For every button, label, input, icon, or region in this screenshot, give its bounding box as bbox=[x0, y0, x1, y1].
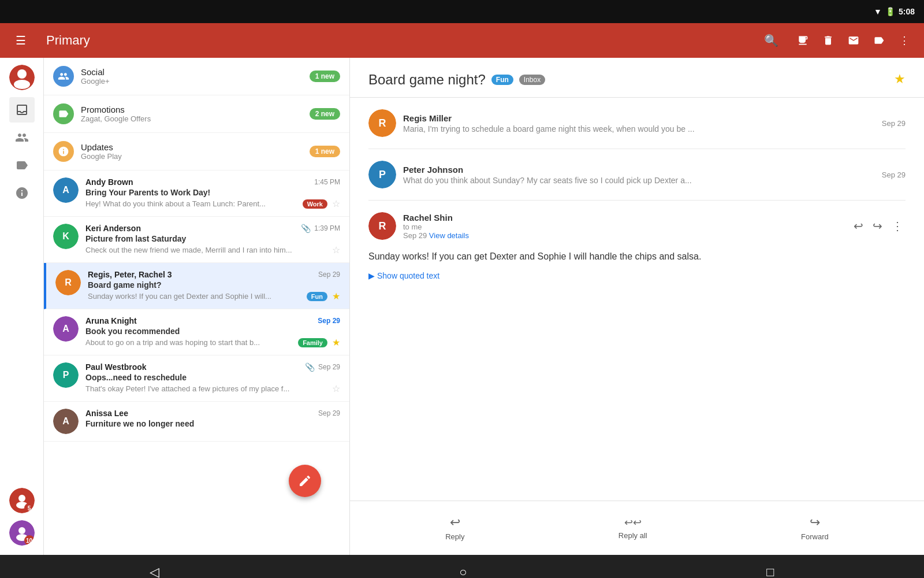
aruna-star[interactable]: ★ bbox=[332, 337, 340, 348]
show-quoted-arrow: ▶ bbox=[368, 271, 375, 280]
anissa-email-content: Anissa Lee Sep 29 Furniture we no longer… bbox=[85, 409, 340, 429]
paul-subject: Oops...need to reschedule bbox=[85, 373, 340, 382]
keri-preview: Check out the new friend we made, Merril… bbox=[85, 246, 327, 254]
regis-msg-avatar: R bbox=[368, 109, 396, 137]
reply-all-label: Reply all bbox=[619, 531, 647, 540]
app-bar: ☰ Primary 🔍 ⋮ bbox=[0, 23, 924, 58]
keri-star[interactable]: ☆ bbox=[332, 244, 340, 255]
keri-subject: Picture from last Saturday bbox=[85, 234, 340, 243]
detail-inbox-label[interactable]: Inbox bbox=[519, 75, 545, 85]
andy-star[interactable]: ☆ bbox=[332, 198, 340, 209]
view-details-link[interactable]: View details bbox=[429, 231, 469, 240]
regis-msg-date: Sep 29 bbox=[882, 119, 906, 128]
rachel-more-icon[interactable]: ⋮ bbox=[889, 217, 906, 235]
rachel-forward-icon[interactable]: ↪ bbox=[870, 217, 885, 235]
keri-sender: Keri Anderson bbox=[85, 224, 141, 233]
regis-thread-star[interactable]: ★ bbox=[332, 291, 340, 302]
forward-icon: ↪ bbox=[810, 515, 820, 530]
more-options-button[interactable]: ⋮ bbox=[894, 30, 915, 51]
user-avatar-main[interactable] bbox=[9, 65, 35, 90]
battery-icon: 🔋 bbox=[885, 7, 895, 16]
forward-button[interactable]: ↪ Forward bbox=[787, 510, 843, 546]
peter-msg-date: Sep 29 bbox=[882, 171, 906, 179]
detail-fun-label[interactable]: Fun bbox=[491, 75, 513, 85]
reply-button[interactable]: ↩ Reply bbox=[431, 510, 478, 546]
andy-subject: Bring Your Parents to Work Day! bbox=[85, 188, 340, 197]
sidebar-inbox-icon[interactable] bbox=[9, 97, 35, 123]
archive-button[interactable] bbox=[792, 30, 813, 51]
detail-star[interactable]: ★ bbox=[894, 72, 906, 87]
email-row-aruna[interactable]: A Aruna Knight Sep 29 Book you recommend… bbox=[44, 309, 349, 355]
account-badge-2: 10 bbox=[24, 535, 35, 546]
message-thread: R Regis Miller Maria, I'm trying to sche… bbox=[350, 98, 924, 501]
thread-message-peter[interactable]: P Peter Johnson What do you think about … bbox=[368, 149, 906, 201]
paul-attachment-icon: 📎 bbox=[305, 362, 315, 372]
reply-all-button[interactable]: ↩↩ Reply all bbox=[605, 512, 661, 544]
aruna-avatar: A bbox=[53, 316, 79, 342]
compose-fab[interactable] bbox=[289, 465, 321, 497]
peter-msg-avatar: P bbox=[368, 161, 396, 188]
account-avatar-1[interactable]: 5 bbox=[9, 488, 35, 513]
rachel-msg-info: Rachel Shin to me Sep 29 View details bbox=[403, 213, 844, 240]
rachel-msg-body: Sunday works! If you can get Dexter and … bbox=[368, 249, 906, 264]
category-promotions[interactable]: Promotions Zagat, Google Offers 2 new bbox=[44, 95, 349, 133]
peter-msg-info: Peter Johnson What do you think about Su… bbox=[403, 165, 875, 185]
rachel-msg-sender: Rachel Shin bbox=[403, 213, 844, 223]
social-category-name: Social bbox=[81, 67, 303, 77]
back-nav-button[interactable]: ◁ bbox=[131, 560, 178, 578]
main-layout: 5 10 Social Google+ 1 new bbox=[0, 58, 924, 555]
wifi-icon: ▼ bbox=[874, 7, 882, 16]
email-row-regis-thread[interactable]: R Regis, Peter, Rachel 3 Sep 29 Board ga… bbox=[44, 263, 349, 309]
paul-preview: That's okay Peter! I've attached a few p… bbox=[85, 384, 327, 393]
detail-subject-area: Board game night? Fun Inbox bbox=[368, 72, 545, 88]
rachel-msg-avatar: R bbox=[368, 212, 396, 240]
rachel-msg-to: to me bbox=[403, 223, 844, 231]
regis-msg-preview: Maria, I'm trying to schedule a board ga… bbox=[403, 124, 875, 134]
keri-avatar: K bbox=[53, 224, 79, 249]
regis-msg-sender: Regis Miller bbox=[403, 113, 875, 123]
email-row-andy[interactable]: A Andy Brown 1:45 PM Bring Your Parents … bbox=[44, 171, 349, 217]
account-avatar-2[interactable]: 10 bbox=[9, 520, 35, 546]
status-icons: ▼ 🔋 5:08 bbox=[874, 7, 915, 16]
promotions-category-icon bbox=[53, 103, 74, 124]
show-quoted-label: Show quoted text bbox=[377, 271, 439, 280]
app-title: Primary bbox=[46, 33, 750, 48]
delete-button[interactable] bbox=[818, 30, 839, 51]
label-button[interactable] bbox=[869, 30, 889, 51]
anissa-avatar: A bbox=[53, 409, 79, 434]
sidebar-info-icon[interactable] bbox=[9, 180, 35, 206]
app-bar-actions: ⋮ bbox=[792, 30, 915, 51]
updates-category-name: Updates bbox=[81, 142, 303, 152]
anissa-time: Sep 29 bbox=[318, 409, 340, 417]
reply-icon: ↩ bbox=[450, 515, 460, 530]
mail-button[interactable] bbox=[843, 30, 864, 51]
aruna-email-content: Aruna Knight Sep 29 Book you recommended… bbox=[85, 316, 340, 348]
rachel-reply-icon[interactable]: ↩ bbox=[851, 217, 866, 235]
andy-sender: Andy Brown bbox=[85, 177, 133, 187]
aruna-family-tag: Family bbox=[298, 338, 327, 347]
social-new-badge: 1 new bbox=[310, 71, 340, 82]
andy-time: 1:45 PM bbox=[314, 178, 340, 186]
category-updates[interactable]: Updates Google Play 1 new bbox=[44, 133, 349, 171]
paul-email-content: Paul Westbrook 📎 Sep 29 Oops...need to r… bbox=[85, 362, 340, 394]
recents-nav-button[interactable]: □ bbox=[748, 560, 792, 578]
bottom-nav-bar: ◁ ○ □ bbox=[0, 555, 924, 578]
sidebar-tag-icon[interactable] bbox=[9, 153, 35, 178]
social-category-sub: Google+ bbox=[81, 77, 303, 86]
keri-email-content: Keri Anderson 📎 1:39 PM Picture from las… bbox=[85, 224, 340, 255]
search-button[interactable]: 🔍 bbox=[759, 29, 783, 52]
detail-subject-text: Board game night? bbox=[368, 72, 486, 88]
status-time: 5:08 bbox=[899, 7, 915, 16]
home-nav-button[interactable]: ○ bbox=[441, 560, 485, 578]
email-row-anissa[interactable]: A Anissa Lee Sep 29 Furniture we no long… bbox=[44, 402, 349, 442]
email-row-keri[interactable]: K Keri Anderson 📎 1:39 PM Picture from l… bbox=[44, 217, 349, 263]
category-social[interactable]: Social Google+ 1 new bbox=[44, 58, 349, 95]
email-row-paul[interactable]: P Paul Westbrook 📎 Sep 29 Oops...need to… bbox=[44, 355, 349, 402]
show-quoted-text-button[interactable]: ▶ Show quoted text bbox=[368, 271, 906, 280]
thread-message-regis[interactable]: R Regis Miller Maria, I'm trying to sche… bbox=[368, 98, 906, 149]
paul-star[interactable]: ☆ bbox=[332, 383, 340, 394]
sidebar-people-icon[interactable] bbox=[9, 125, 35, 150]
hamburger-menu-button[interactable]: ☰ bbox=[9, 34, 32, 47]
updates-category-info: Updates Google Play bbox=[81, 142, 303, 161]
sidebar-nav: 5 10 bbox=[0, 58, 44, 555]
